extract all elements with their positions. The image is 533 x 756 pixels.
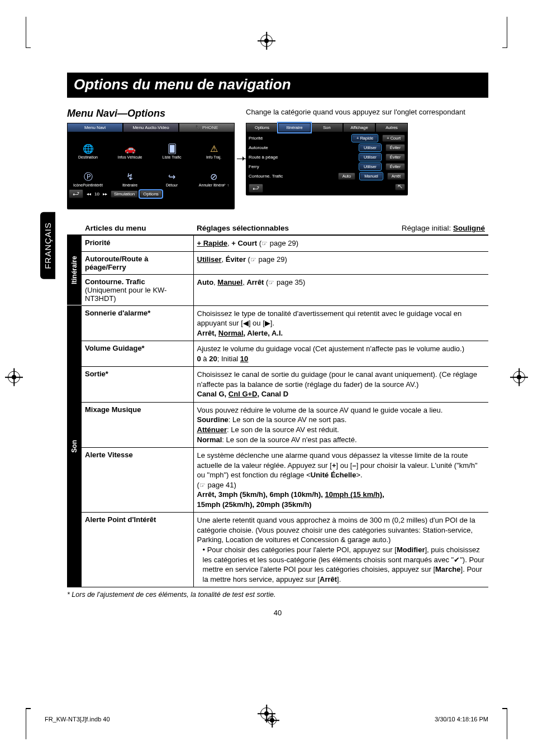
row-label: Priorité [249,136,304,141]
page-number: 40 [67,609,488,617]
row-toll: Route à péage Utiliser Éviter [246,152,408,162]
table-row: Sortie* Choisissez le canal de sortie du… [67,367,488,403]
value-off: Arrêt [387,173,405,180]
row-desc: Une alerte retentit quand vous approchez… [197,516,475,544]
table-row: Autoroute/Route à péage/Ferry Utiliser, … [67,251,488,274]
registration-mark-left [8,371,20,384]
value-avoid: Éviter [386,144,405,151]
value-use: Utiliser [359,154,381,161]
opt-normal-desc: : Le son de la source AV n'est pas affec… [222,436,356,444]
print-footer: FR_KW-NT3[J]f.indb 40 3/30/10 4:18:16 PM [45,716,488,725]
registration-mark-right [513,371,525,384]
value-avoid: Éviter [386,163,405,170]
table-row: Alerte Vitesse Le système déclenche une … [67,448,488,513]
initial-sep: ; Initial [217,355,240,363]
poi-icon: Ⓟ [84,173,93,182]
simulation-button: Simulation [111,190,138,198]
detour-icon: ↪ [168,173,175,182]
icon-route: ↯Itinéraire [109,160,151,188]
screenshot-menu-navi: Menu Navi Menu Audio-Video 📞 PHONE 🌐Dest… [67,123,235,209]
category-sound: Son [67,305,82,587]
car-icon: 🚗 [125,145,136,154]
table-row: Contourne. Trafic (Uniquement pour le KW… [67,274,488,305]
page-ref: page 35 [277,278,303,286]
row-desc-part: >. [356,471,362,479]
row-label: Autoroute [249,145,304,150]
initial-value: Souligné [453,224,485,232]
page-ref: page 29 [270,239,296,247]
cards-icon: 🂠 [168,145,177,154]
tab-sound: Son [311,123,343,132]
crop-mark [485,708,507,739]
col-menu-items: Articles du menu [82,222,193,235]
footer-filename: FR_KW-NT3[J]f.indb 40 [45,716,110,725]
row-label-poi-alert: Alerte Point d'Intérêt [82,513,193,587]
page-prev-icon: ◂◂ [85,192,93,197]
icon-traffic-list: 🂠Liste Trafic [151,132,193,160]
row-label: Contourne. Trafic [249,174,304,179]
value-use: Utiliser [359,163,381,170]
icon-label: Itinéraire [122,183,137,187]
page-ref: page 29 [259,255,285,264]
val-min: 0 [197,355,201,363]
row-label-reroute: Contourne. Trafic (Uniquement pour le KW… [82,274,193,305]
route-icon: ↯ [126,173,134,182]
row-label-beep: Sonnerie d'alarme* [82,305,193,341]
value-manual: Manuel [360,173,383,180]
icon-traffic-info: ⚠Info Traj. [193,132,235,160]
icon-label: Détour [166,183,178,187]
range-sep: à [201,355,209,363]
icon-detour: ↪Détour [151,160,193,188]
row-label-main: Contourne. Trafic [85,277,145,286]
footer-timestamp: 3/30/10 4:18:16 PM [435,716,488,725]
tab-phone-label: PHONE [202,125,218,130]
row-label-sub: (Uniquement pour le KW-NT3HDT) [85,286,166,303]
section-heading: Menu Navi—Options [67,108,235,119]
row-label-volume: Volume Guidage* [82,341,193,367]
back-button: ⮐ [69,189,83,198]
unit-scale: Unité Échelle [311,471,356,479]
page-ref: page 41 [207,481,234,489]
tab-others: Autres [375,123,408,132]
col-settings-label: Réglages sélectionnables [197,224,289,232]
row-desc: Vous pouvez réduire le volume de la sour… [197,406,443,414]
icon-label: Infos Véhicule [118,155,142,159]
initial-prefix: Réglage initial: [402,224,453,232]
row-label: Ferry [249,164,304,169]
val-avoid: Éviter [226,255,246,264]
col-settings: Réglages sélectionnables Réglage initial… [193,222,488,235]
value-use: Utiliser [359,144,381,151]
options-table: Articles du menu Réglages sélectionnable… [67,222,488,587]
icon-vehicle-info: 🚗Infos Véhicule [109,132,151,160]
value-fast: + Rapide [352,135,378,142]
val-auto: Auto [197,278,214,286]
val-max: 20 [209,355,217,363]
val-use: Utiliser [197,255,222,264]
tool-icon: ⛏ [395,184,405,190]
row-ferry: Ferry Utiliser Éviter [246,162,408,171]
connector-arrow [237,147,244,174]
table-row: Volume Guidage* Ajustez le volume du gui… [67,341,488,367]
val-initial: 10 [240,355,248,363]
tab-menu-navi: Menu Navi [67,123,123,132]
row-reroute: Contourne. Trafic Auto Manuel Arrêt [246,171,408,181]
tab-route: Itinéraire [278,123,311,132]
crop-mark [485,17,507,48]
screenshot-options-route: Options Itinéraire Son Affichage Autres … [246,123,408,195]
icon-destination: 🌐Destination [67,132,109,160]
icon-label: IcônePointIntérêt [73,183,103,187]
val-off: Arrêt [246,278,264,286]
pointer-icon: ☞ [199,481,206,489]
minus-key: – [352,461,356,470]
row-desc: Ajustez le volume du guidage vocal (Cet … [197,344,464,353]
row-label: Route à péage [249,155,304,160]
category-route: Itinéraire [67,235,82,305]
on-key: Marche [435,565,461,573]
val-fast: + Rapide [197,239,228,247]
opt-mute: Sourdine [197,415,229,424]
table-row: Mixage Musique Vous pouvez réduire le vo… [67,402,488,447]
options-button: Options [140,190,162,198]
crop-mark [26,17,48,48]
value-short: + Court [382,135,405,142]
tab-options: Options [246,123,278,132]
